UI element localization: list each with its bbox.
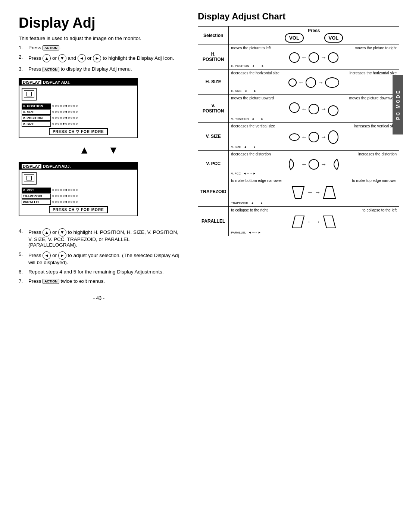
vpcc-shape2 bbox=[328, 158, 340, 170]
osd-row-hpos: H. POSITION bbox=[22, 103, 135, 109]
trap-shape2 bbox=[322, 185, 337, 200]
osd-press-label-2: PRESS CH ▽ FOR MORE bbox=[49, 206, 108, 213]
vpos-circle2 bbox=[309, 104, 319, 114]
up-icon2: ▲ bbox=[43, 228, 51, 236]
osd-header-1: DISPLAY DISPLAY ADJ. bbox=[19, 79, 137, 86]
left-icon2: ◄ bbox=[43, 251, 51, 260]
step-6: 6. Repeat steps 4 and 5 for the remainin… bbox=[19, 269, 179, 275]
osd-row-vpos: V. POSITION bbox=[22, 115, 135, 121]
osd-tv-icon bbox=[22, 88, 37, 100]
osd-row-vsize: V. SIZE bbox=[22, 121, 135, 127]
desc-vsize: decreases the vertical size increases th… bbox=[229, 123, 399, 151]
desc-vpcc: decreases the distortion increases the d… bbox=[229, 151, 399, 177]
step-2: 2. Press ▲ or ▼ and ◄ or ► to highlight … bbox=[19, 54, 179, 62]
table-row-trapezoid: TRAPEZOID to make bottom edge narrower t… bbox=[198, 177, 399, 207]
label-hposition: H. POSITION bbox=[198, 44, 229, 69]
label-vposition: V. POSITION bbox=[198, 95, 229, 123]
osd-row-parallel: PARALLEL bbox=[22, 200, 135, 205]
osd-icon-row bbox=[22, 88, 135, 100]
col-header-selection: Selection bbox=[198, 27, 229, 44]
label-hsize: H. SIZE bbox=[198, 69, 229, 95]
down-icon: ▼ bbox=[58, 54, 66, 62]
hpos-circle2 bbox=[309, 52, 319, 63]
vpcc-circle bbox=[309, 159, 319, 170]
hpos-circle1 bbox=[289, 52, 300, 63]
page-number: - 43 - bbox=[19, 295, 179, 301]
up-arrow-icon: ▲ bbox=[79, 144, 90, 156]
or-text2: or bbox=[87, 55, 93, 61]
right-icon: ► bbox=[93, 54, 101, 62]
page-title: Display Adj bbox=[19, 15, 179, 31]
osd-row-hsize: H. SIZE bbox=[22, 109, 135, 115]
intro-text: This feature is used to adjust the image… bbox=[19, 35, 179, 41]
vsize-circle3 bbox=[328, 130, 338, 144]
desc-parallel: to collapse to the right to collapse to … bbox=[229, 207, 399, 236]
and-text: and bbox=[68, 55, 78, 61]
osd-header-2: DISPLAY DISPLAY/ADJ. bbox=[19, 163, 137, 170]
chart-title: Display Adjust Chart bbox=[198, 11, 399, 22]
vsize-circle2 bbox=[309, 132, 319, 142]
table-row-vsize: V. SIZE decreases the vertical size incr… bbox=[198, 123, 399, 151]
vsize-circle1 bbox=[289, 133, 300, 141]
trap-shape1 bbox=[291, 185, 306, 200]
label-trapezoid: TRAPEZOID bbox=[198, 177, 229, 207]
svg-marker-1 bbox=[324, 186, 335, 198]
osd-press-label-1: PRESS CH ▽ FOR MORE bbox=[49, 128, 108, 135]
hpos-circle3 bbox=[328, 52, 338, 63]
hsize-circle2 bbox=[306, 77, 316, 88]
hsize-circle1 bbox=[288, 78, 297, 87]
action-btn-icon2: ACTION bbox=[43, 67, 59, 72]
para-shape2 bbox=[322, 214, 337, 229]
desc-hsize: decreases the horizontal size increases … bbox=[229, 69, 399, 95]
svg-marker-2 bbox=[292, 216, 304, 228]
step-3: 3. Press ACTION to display the Display A… bbox=[19, 66, 179, 72]
vpos-circle3 bbox=[328, 105, 338, 116]
osd-row-vpcc: V. PCC bbox=[22, 188, 135, 193]
desc-trapezoid: to make bottom edge narrower to make top… bbox=[229, 177, 399, 207]
action-btn-icon3: ACTION bbox=[43, 279, 59, 284]
osd-tv-icon-2 bbox=[22, 172, 37, 185]
label-vsize: V. SIZE bbox=[198, 123, 229, 151]
or-text: or bbox=[52, 55, 58, 61]
osd-menu-1: DISPLAY DISPLAY ADJ. H. POSITION bbox=[19, 78, 138, 138]
label-vpcc: V. PCC bbox=[198, 151, 229, 177]
desc-vposition: moves the picture upward moves the pictu… bbox=[229, 95, 399, 123]
osd-rows-2: V. PCC TRAPEZOID PARALLEL bbox=[22, 188, 135, 205]
vol-left-btn: VOL bbox=[285, 33, 304, 43]
left-icon: ◄ bbox=[78, 54, 86, 62]
table-row-parallel: PARALLEL to collapse to the right to col… bbox=[198, 207, 399, 236]
desc-hposition: moves the picture to left moves the pict… bbox=[229, 44, 399, 69]
step-4: 4. Press ▲ or ▼ to highlight H. POSITION… bbox=[19, 228, 179, 248]
osd-row-trapezoid: TRAPEZOID bbox=[22, 194, 135, 199]
label-parallel: PARALLEL bbox=[198, 207, 229, 236]
down-icon2: ▼ bbox=[58, 228, 66, 236]
down-arrow-icon: ▼ bbox=[108, 144, 119, 156]
table-row-hposition: H. POSITION moves the picture to left mo… bbox=[198, 44, 399, 69]
vpcc-shape1 bbox=[288, 158, 300, 170]
table-row-hsize: H. SIZE decreases the horizontal size in… bbox=[198, 69, 399, 95]
right-icon2: ► bbox=[58, 251, 66, 260]
para-shape1 bbox=[291, 214, 306, 229]
action-btn-icon: ACTION bbox=[43, 45, 59, 50]
step-5: 5. Press ◄ or ► to adjust your selection… bbox=[19, 251, 179, 265]
col-header-press: Press VOL VOL bbox=[229, 27, 399, 44]
pc-mode-tab: PC MODE bbox=[393, 75, 403, 134]
display-adjust-chart: Selection Press VOL VOL H. POSITION bbox=[198, 26, 399, 236]
hsize-circle3 bbox=[325, 77, 339, 88]
arrows-separator: ▲ ▼ bbox=[19, 144, 179, 156]
up-icon: ▲ bbox=[43, 54, 51, 62]
vol-right-btn: VOL bbox=[324, 33, 343, 43]
vpos-circle1 bbox=[289, 102, 300, 113]
osd-menu-2: DISPLAY DISPLAY/ADJ. V. PCC bbox=[19, 162, 138, 216]
osd-icon-row-2 bbox=[22, 172, 135, 185]
svg-marker-3 bbox=[324, 216, 335, 228]
table-row-vpcc: V. PCC decreases the distortion increase… bbox=[198, 151, 399, 177]
svg-marker-0 bbox=[292, 186, 304, 198]
table-row-vposition: V. POSITION moves the picture upward mov… bbox=[198, 95, 399, 123]
step-7: 7. Press ACTION twice to exit menus. bbox=[19, 278, 179, 284]
osd-rows-1: H. POSITION H. SIZE V. POSITION bbox=[22, 103, 135, 127]
step-1: 1. Press ACTION. bbox=[19, 45, 179, 50]
